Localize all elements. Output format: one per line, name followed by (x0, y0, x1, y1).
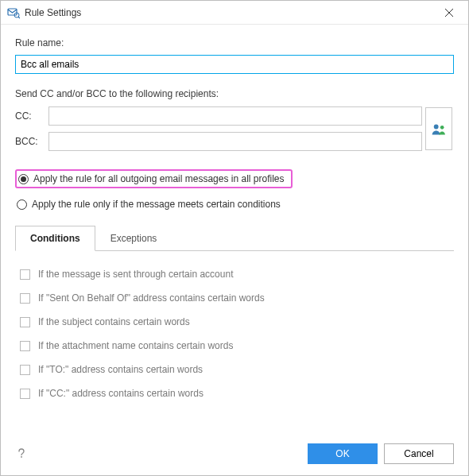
tabs: Conditions Exceptions (15, 225, 454, 251)
conditions-list: If the message is sent through certain a… (15, 257, 454, 405)
radio-icon (17, 199, 27, 210)
condition-attachment[interactable]: If the attachment name contains certain … (15, 334, 454, 358)
recipients-grid: CC: BCC: (15, 106, 454, 152)
rule-name-input[interactable] (15, 55, 454, 74)
svg-point-7 (21, 456, 22, 458)
dialog-footer: OK Cancel (1, 434, 468, 475)
svg-point-5 (434, 125, 439, 130)
condition-label: If "CC:" address contains certain words (38, 388, 203, 399)
condition-to-address[interactable]: If "TO:" address contains certain words (15, 358, 454, 381)
close-button[interactable] (433, 2, 465, 24)
window-title: Rule Settings (25, 7, 433, 18)
cancel-button[interactable]: Cancel (384, 443, 454, 464)
scope-option-all[interactable]: Apply the rule for all outgoing email me… (15, 169, 293, 188)
ok-button[interactable]: OK (308, 443, 378, 464)
tab-exceptions[interactable]: Exceptions (95, 226, 172, 251)
tab-conditions[interactable]: Conditions (15, 226, 95, 251)
scope-option-conditions[interactable]: Apply the rule only if the message meets… (15, 195, 282, 214)
condition-label: If the message is sent through certain a… (38, 269, 233, 280)
condition-label: If "Sent On Behalf Of" address contains … (38, 292, 265, 304)
svg-point-6 (440, 126, 444, 130)
people-icon (431, 121, 447, 137)
bcc-label: BCC: (15, 136, 45, 147)
checkbox-icon (20, 269, 30, 280)
scope-option-conditions-label: Apply the rule only if the message meets… (32, 199, 281, 210)
checkbox-icon (20, 293, 30, 304)
cc-label: CC: (15, 110, 45, 122)
checkbox-icon (20, 317, 30, 327)
bcc-input[interactable] (48, 132, 422, 151)
condition-label: If "TO:" address contains certain words (38, 364, 203, 375)
condition-sent-on-behalf[interactable]: If "Sent On Behalf Of" address contains … (15, 286, 454, 310)
titlebar: Rule Settings (1, 1, 468, 25)
dialog-content: Rule name: Send CC and/or BCC to the fol… (1, 25, 468, 434)
condition-account[interactable]: If the message is sent through certain a… (15, 262, 454, 286)
condition-cc-address[interactable]: If "CC:" address contains certain words (15, 381, 454, 405)
recipients-heading: Send CC and/or BCC to the following reci… (15, 88, 454, 99)
rule-name-label: Rule name: (15, 37, 454, 48)
cc-input[interactable] (48, 106, 422, 126)
checkbox-icon (20, 365, 30, 375)
help-icon[interactable] (15, 447, 28, 462)
checkbox-icon (20, 341, 30, 351)
svg-rect-0 (8, 9, 17, 15)
condition-subject[interactable]: If the subject contains certain words (15, 310, 454, 334)
app-icon (7, 6, 20, 19)
condition-label: If the subject contains certain words (38, 316, 190, 327)
svg-line-2 (18, 17, 20, 18)
rule-settings-dialog: Rule Settings Rule name: Send CC and/or … (0, 0, 469, 476)
scope-option-all-label: Apply the rule for all outgoing email me… (33, 173, 285, 184)
radio-icon (18, 174, 29, 184)
checkbox-icon (20, 389, 30, 399)
address-book-button[interactable] (425, 107, 452, 150)
condition-label: If the attachment name contains certain … (38, 340, 233, 351)
